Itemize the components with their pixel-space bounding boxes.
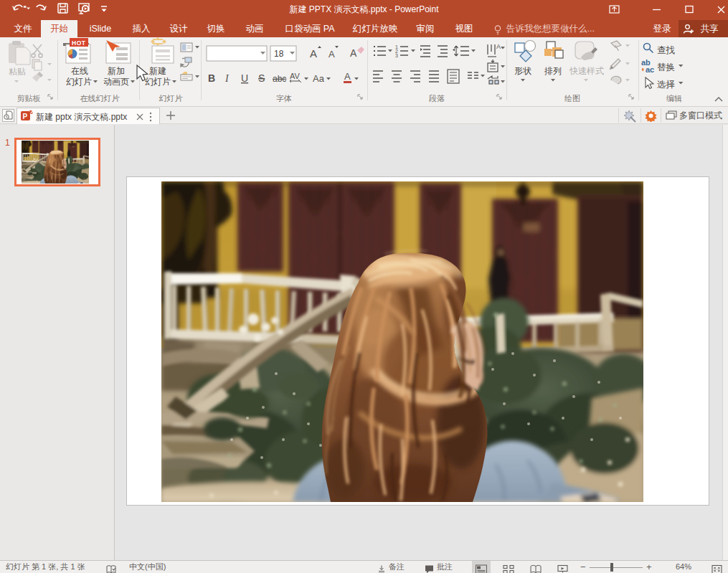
svg-text:P: P xyxy=(23,113,28,120)
svg-text:新建: 新建 xyxy=(149,66,166,76)
svg-text:U: U xyxy=(241,72,248,84)
svg-text:A: A xyxy=(344,71,351,82)
svg-text:I: I xyxy=(224,73,230,84)
svg-text:在线: 在线 xyxy=(71,66,88,76)
svg-text:幻灯片: 幻灯片 xyxy=(66,77,92,87)
svg-text:选择: 选择 xyxy=(657,80,675,90)
svg-text:快速样式: 快速样式 xyxy=(569,66,604,76)
svg-text:Aa: Aa xyxy=(313,73,325,84)
svg-text:abc: abc xyxy=(273,74,286,84)
svg-text:18: 18 xyxy=(274,49,284,59)
svg-text:A: A xyxy=(496,43,501,50)
svg-text:B: B xyxy=(208,72,215,84)
svg-text:A: A xyxy=(328,49,335,60)
svg-text:3: 3 xyxy=(395,53,398,58)
svg-text:A: A xyxy=(350,47,357,59)
svg-text:A: A xyxy=(310,47,317,60)
svg-text:粘贴: 粘贴 xyxy=(9,67,26,77)
svg-text:替换: 替换 xyxy=(657,62,675,72)
svg-text:ac: ac xyxy=(646,65,654,74)
svg-text:动画页: 动画页 xyxy=(103,77,129,87)
svg-text:排列: 排列 xyxy=(544,66,562,76)
svg-text:查找: 查找 xyxy=(657,45,676,55)
svg-text:形状: 形状 xyxy=(514,66,531,76)
svg-text:新加: 新加 xyxy=(108,66,125,76)
svg-text:AV: AV xyxy=(290,72,301,80)
svg-text:S: S xyxy=(258,72,265,84)
svg-text:HOT: HOT xyxy=(72,39,86,47)
